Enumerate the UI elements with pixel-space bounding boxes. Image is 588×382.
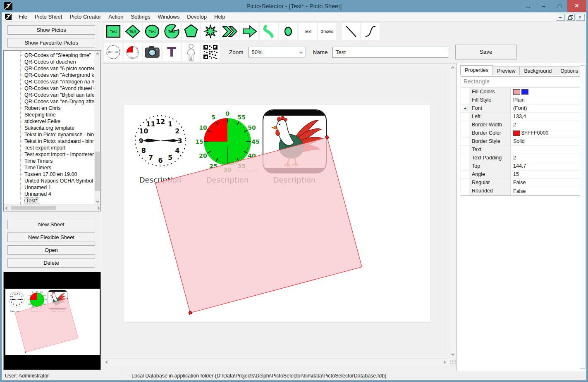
tree-item[interactable]: QR-Codes van "Avond ritueel - s — [4, 85, 94, 92]
rectangle-tool[interactable]: Text — [104, 23, 122, 40]
border-color-swatch[interactable] — [513, 130, 520, 136]
menu-settings[interactable]: Settings — [127, 12, 154, 21]
qr-code-tool[interactable] — [201, 43, 220, 61]
resize-handle[interactable] — [325, 135, 329, 139]
svg-text:10: 10 — [199, 124, 207, 131]
svg-text:45: 45 — [44, 299, 47, 301]
ellipse-tool[interactable]: Text — [143, 23, 161, 40]
tree-item[interactable]: QR-Codes van "Bijbel aan tafel" — [4, 92, 94, 98]
double-arrow-tool[interactable] — [221, 23, 239, 40]
tree-item[interactable]: Tekst in Picto: standaard - binne — [4, 138, 94, 145]
graphic-tool[interactable]: Graphic — [318, 23, 336, 40]
canvas-horizontal-scrollbar[interactable] — [103, 358, 448, 365]
tree-item[interactable]: Time Timers — [4, 158, 94, 164]
arrange-icon[interactable]: ↔ — [522, 0, 534, 12]
show-pictos-button[interactable]: Show Pictos — [7, 25, 95, 35]
small-ellipse-tool[interactable] — [279, 23, 297, 40]
tab-preview[interactable]: Preview — [493, 66, 520, 75]
property-row: Top 144,7 — [461, 162, 581, 171]
bezier-tool[interactable] — [361, 23, 380, 40]
camera-tool[interactable] — [143, 43, 161, 61]
zoom-select[interactable]: 50% — [248, 47, 306, 57]
new-flexible-sheet-button[interactable]: New Flexible Sheet — [7, 233, 95, 242]
tree-item[interactable]: QR-Codes van "en-Drying after f — [4, 98, 94, 105]
clock-tool[interactable] — [104, 43, 122, 61]
fill-color-swatch[interactable] — [521, 89, 528, 95]
pie-tool[interactable]: Text — [163, 23, 181, 40]
scroll-up-icon[interactable] — [449, 65, 456, 71]
line-tool[interactable] — [342, 23, 360, 40]
mdi-restore-button[interactable] — [566, 14, 575, 21]
tree-item[interactable]: QR-Codes of "Sleeping time" — [4, 52, 94, 59]
tree-horizontal-scrollbar[interactable] — [4, 204, 101, 211]
show-favourite-pictos-button[interactable]: Show Favourite Pictos — [7, 38, 95, 47]
star-tool[interactable] — [201, 23, 220, 40]
tree-item[interactable]: QR-Codes van "6 picto soorten" — [4, 65, 94, 72]
scroll-left-icon[interactable] — [104, 359, 110, 365]
scroll-right-icon[interactable] — [441, 359, 447, 365]
scroll-up-icon[interactable] — [94, 51, 101, 57]
save-button[interactable]: Save — [455, 45, 517, 59]
tab-properties[interactable]: Properties — [460, 65, 493, 75]
property-row: Left 133,4 — [461, 113, 581, 121]
tree-item[interactable]: QR-Codes of douchen — [4, 59, 94, 65]
close-button[interactable]: × — [567, 0, 586, 12]
timer-tool[interactable] — [124, 43, 142, 61]
delete-button[interactable]: Delete — [7, 258, 95, 268]
new-sheet-button[interactable]: New Sheet — [7, 220, 95, 229]
arrow-tool[interactable] — [240, 23, 258, 40]
sheet-name-input[interactable]: Test — [332, 47, 448, 58]
menu-help[interactable]: Help — [210, 12, 229, 21]
tree-item[interactable]: QR-Codes van "Afdrogen na het — [4, 78, 94, 85]
resize-handle[interactable] — [189, 311, 192, 315]
menu-action[interactable]: Action — [105, 12, 127, 21]
scroll-thumb[interactable] — [95, 152, 100, 191]
tree-item[interactable]: Test export import — [4, 145, 94, 151]
big-text-tool[interactable]: T — [163, 43, 181, 61]
tree-item[interactable]: United Nations OCHA Symbol Se — [4, 178, 94, 184]
property-row: Border Width 2 — [461, 121, 581, 129]
tree-item[interactable]: Tussen 17.00 en 19.00 — [4, 171, 94, 178]
diamond-tool[interactable]: Text — [124, 23, 142, 40]
mdi-close-button[interactable]: × — [576, 14, 585, 21]
tree-item-selected[interactable]: Test* — [4, 197, 94, 204]
tree-item[interactable]: Sleeping time — [4, 112, 94, 118]
expand-font-icon[interactable]: + — [463, 106, 468, 111]
scroll-left-icon[interactable] — [4, 205, 10, 211]
menu-file[interactable]: File — [15, 12, 31, 21]
person-tool[interactable] — [182, 43, 200, 61]
open-button[interactable]: Open — [7, 245, 95, 255]
text-tool[interactable]: Text — [299, 23, 317, 40]
tree-item[interactable]: Unnamed 1 — [4, 184, 94, 191]
fill-colors-value[interactable] — [511, 88, 581, 96]
tree-item[interactable]: TimeTimers — [4, 164, 94, 171]
scroll-down-icon[interactable] — [449, 351, 456, 357]
scroll-right-icon[interactable] — [95, 205, 101, 211]
menu-picto-creator[interactable]: Picto Creator — [66, 12, 105, 21]
tree-vertical-scrollbar[interactable] — [94, 51, 100, 204]
element-selector[interactable]: Rectangle — [461, 76, 581, 86]
tree-item[interactable]: Tekst in Picto: dynamisch - binn — [4, 131, 94, 138]
menu-windows[interactable]: Windows — [154, 12, 183, 21]
tree-item[interactable]: QR-Codes van "Achtergrond kle — [4, 72, 94, 78]
menu-develop[interactable]: Develop — [183, 12, 210, 21]
curve-tool[interactable] — [260, 23, 278, 40]
mdi-minimize-button[interactable]: – — [556, 14, 565, 21]
tree-item[interactable]: Robert en Chris — [4, 105, 94, 112]
pentagon-tool[interactable] — [182, 23, 200, 40]
clock-picto[interactable]: 12 1 2 3 4 5 6 7 8 9 10 11 — [131, 112, 189, 171]
scroll-thumb[interactable] — [11, 206, 56, 210]
tree-item[interactable]: Unnamed 4 — [4, 191, 94, 197]
tab-options[interactable]: Options — [556, 66, 583, 75]
tab-background[interactable]: Background — [520, 66, 556, 75]
panel-scrollbar[interactable] — [580, 65, 586, 369]
canvas-vertical-scrollbar[interactable] — [449, 64, 456, 358]
tree-item[interactable]: Sukacita.org template — [4, 125, 94, 131]
maximize-button[interactable]: □ — [553, 0, 566, 12]
minimize-button[interactable]: – — [538, 0, 550, 12]
tree-item[interactable]: Test export import - Importeren — [4, 151, 94, 158]
scroll-down-icon[interactable] — [94, 198, 101, 204]
fill-color-swatch[interactable] — [513, 89, 520, 95]
tree-item[interactable]: stickervel Eelke — [4, 118, 94, 125]
menu-picto-sheet[interactable]: Picto Sheet — [31, 12, 66, 21]
